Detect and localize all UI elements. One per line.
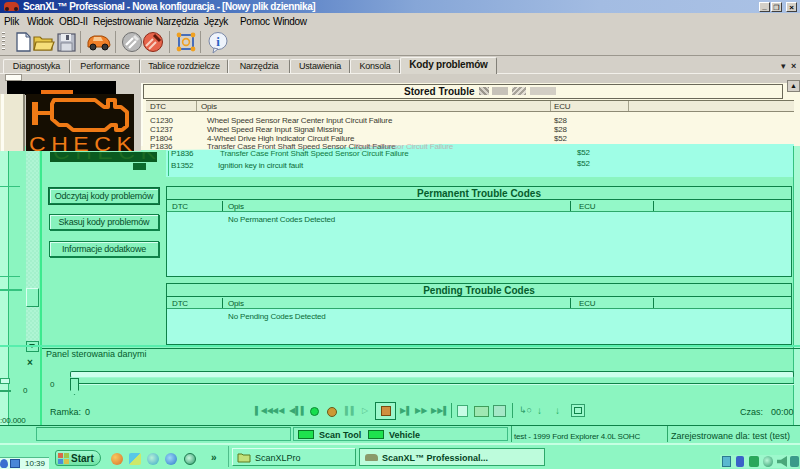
svg-text:i: i (216, 34, 220, 49)
